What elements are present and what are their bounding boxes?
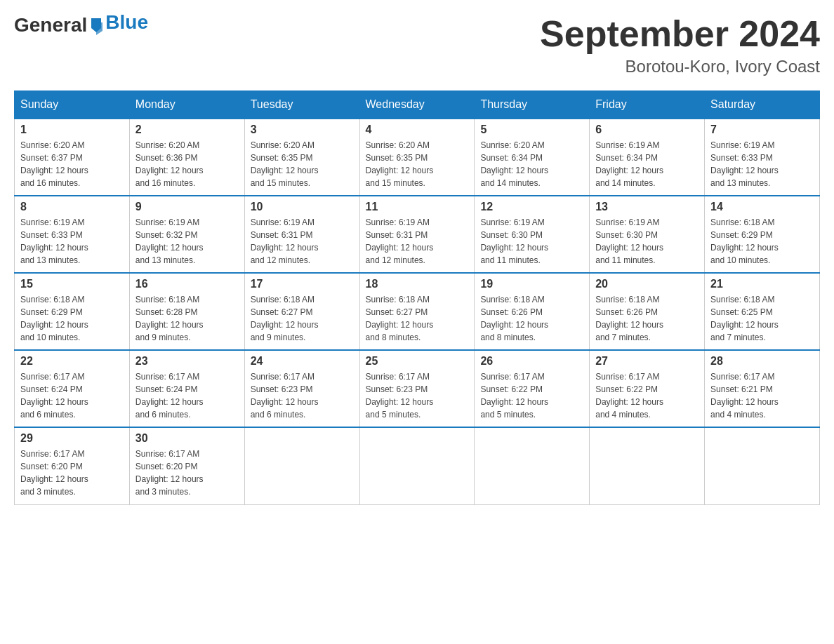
calendar-cell: 20Sunrise: 6:18 AMSunset: 6:26 PMDayligh… (590, 273, 705, 350)
day-number: 1 (20, 123, 124, 136)
calendar-cell: 16Sunrise: 6:18 AMSunset: 6:28 PMDayligh… (129, 273, 244, 350)
week-row-3: 15Sunrise: 6:18 AMSunset: 6:29 PMDayligh… (15, 273, 820, 350)
calendar-cell: 5Sunrise: 6:20 AMSunset: 6:34 PMDaylight… (475, 119, 590, 196)
day-number: 5 (480, 123, 583, 136)
calendar-cell: 6Sunrise: 6:19 AMSunset: 6:34 PMDaylight… (590, 119, 705, 196)
calendar-cell: 29Sunrise: 6:17 AMSunset: 6:20 PMDayligh… (15, 427, 130, 504)
week-row-2: 8Sunrise: 6:19 AMSunset: 6:33 PMDaylight… (15, 196, 820, 273)
calendar-cell: 2Sunrise: 6:20 AMSunset: 6:36 PMDaylight… (129, 119, 244, 196)
day-info: Sunrise: 6:20 AMSunset: 6:34 PMDaylight:… (480, 139, 583, 189)
calendar-cell: 8Sunrise: 6:19 AMSunset: 6:33 PMDaylight… (15, 196, 130, 273)
day-info: Sunrise: 6:19 AMSunset: 6:30 PMDaylight:… (595, 216, 699, 267)
day-number: 20 (595, 278, 699, 290)
day-number: 24 (251, 355, 354, 368)
day-number: 7 (710, 123, 814, 136)
weekday-header-thursday: Thursday (475, 91, 590, 119)
weekday-header-sunday: Sunday (15, 91, 130, 119)
day-info: Sunrise: 6:18 AMSunset: 6:27 PMDaylight:… (251, 293, 354, 344)
calendar-cell: 23Sunrise: 6:17 AMSunset: 6:24 PMDayligh… (129, 350, 244, 427)
calendar-cell: 15Sunrise: 6:18 AMSunset: 6:29 PMDayligh… (15, 273, 130, 350)
calendar-cell: 28Sunrise: 6:17 AMSunset: 6:21 PMDayligh… (705, 350, 820, 427)
calendar-cell: 9Sunrise: 6:19 AMSunset: 6:32 PMDaylight… (129, 196, 244, 273)
calendar-cell: 10Sunrise: 6:19 AMSunset: 6:31 PMDayligh… (244, 196, 359, 273)
day-info: Sunrise: 6:19 AMSunset: 6:31 PMDaylight:… (366, 216, 469, 267)
calendar-cell: 3Sunrise: 6:20 AMSunset: 6:35 PMDaylight… (244, 119, 359, 196)
day-number: 13 (595, 201, 699, 213)
logo-blue-text: Blue (105, 11, 148, 34)
calendar-cell: 22Sunrise: 6:17 AMSunset: 6:24 PMDayligh… (15, 350, 130, 427)
day-info: Sunrise: 6:18 AMSunset: 6:27 PMDaylight:… (366, 293, 469, 344)
day-number: 25 (366, 355, 469, 368)
day-info: Sunrise: 6:18 AMSunset: 6:26 PMDaylight:… (480, 293, 583, 344)
day-info: Sunrise: 6:17 AMSunset: 6:20 PMDaylight:… (135, 448, 239, 498)
day-info: Sunrise: 6:17 AMSunset: 6:24 PMDaylight:… (135, 370, 239, 421)
day-info: Sunrise: 6:18 AMSunset: 6:28 PMDaylight:… (135, 293, 239, 344)
calendar-cell: 12Sunrise: 6:19 AMSunset: 6:30 PMDayligh… (475, 196, 590, 273)
day-number: 8 (20, 201, 124, 213)
day-number: 28 (710, 355, 814, 368)
logo-icon (88, 15, 104, 35)
day-number: 21 (710, 278, 814, 290)
calendar-cell (590, 427, 705, 504)
day-number: 16 (135, 278, 239, 290)
day-number: 15 (20, 278, 124, 290)
weekday-header-wednesday: Wednesday (359, 91, 475, 119)
calendar-cell: 19Sunrise: 6:18 AMSunset: 6:26 PMDayligh… (475, 273, 590, 350)
weekday-header-tuesday: Tuesday (244, 91, 359, 119)
day-number: 2 (135, 123, 239, 136)
month-title: September 2024 (540, 14, 820, 54)
day-number: 18 (366, 278, 469, 290)
day-number: 23 (135, 355, 239, 368)
day-info: Sunrise: 6:19 AMSunset: 6:30 PMDaylight:… (480, 216, 583, 267)
day-info: Sunrise: 6:18 AMSunset: 6:25 PMDaylight:… (710, 293, 814, 344)
weekday-header-saturday: Saturday (705, 91, 820, 119)
calendar-cell (244, 427, 359, 504)
weekday-header-friday: Friday (590, 91, 705, 119)
calendar-cell: 17Sunrise: 6:18 AMSunset: 6:27 PMDayligh… (244, 273, 359, 350)
calendar-cell: 14Sunrise: 6:18 AMSunset: 6:29 PMDayligh… (705, 196, 820, 273)
day-info: Sunrise: 6:20 AMSunset: 6:36 PMDaylight:… (135, 139, 239, 189)
day-info: Sunrise: 6:19 AMSunset: 6:33 PMDaylight:… (20, 216, 124, 267)
page-header: General Blue September 2024 Borotou-Koro… (14, 14, 820, 76)
day-info: Sunrise: 6:18 AMSunset: 6:29 PMDaylight:… (20, 293, 124, 344)
day-info: Sunrise: 6:20 AMSunset: 6:37 PMDaylight:… (20, 139, 124, 189)
day-info: Sunrise: 6:20 AMSunset: 6:35 PMDaylight:… (366, 139, 469, 189)
day-info: Sunrise: 6:19 AMSunset: 6:33 PMDaylight:… (710, 139, 814, 189)
week-row-4: 22Sunrise: 6:17 AMSunset: 6:24 PMDayligh… (15, 350, 820, 427)
day-number: 22 (20, 355, 124, 368)
weekday-header-row: SundayMondayTuesdayWednesdayThursdayFrid… (15, 91, 820, 119)
calendar-cell (359, 427, 475, 504)
day-number: 12 (480, 201, 583, 213)
svg-marker-1 (96, 22, 102, 35)
day-info: Sunrise: 6:17 AMSunset: 6:21 PMDaylight:… (710, 370, 814, 421)
day-info: Sunrise: 6:17 AMSunset: 6:22 PMDaylight:… (595, 370, 699, 421)
week-row-5: 29Sunrise: 6:17 AMSunset: 6:20 PMDayligh… (15, 427, 820, 504)
day-info: Sunrise: 6:19 AMSunset: 6:32 PMDaylight:… (135, 216, 239, 267)
day-info: Sunrise: 6:18 AMSunset: 6:29 PMDaylight:… (710, 216, 814, 267)
logo: General Blue (14, 14, 148, 36)
day-number: 29 (20, 432, 124, 445)
day-number: 27 (595, 355, 699, 368)
day-info: Sunrise: 6:17 AMSunset: 6:23 PMDaylight:… (366, 370, 469, 421)
day-info: Sunrise: 6:17 AMSunset: 6:22 PMDaylight:… (480, 370, 583, 421)
calendar-cell (475, 427, 590, 504)
day-number: 3 (251, 123, 354, 136)
calendar-cell: 27Sunrise: 6:17 AMSunset: 6:22 PMDayligh… (590, 350, 705, 427)
day-number: 30 (135, 432, 239, 445)
day-info: Sunrise: 6:17 AMSunset: 6:24 PMDaylight:… (20, 370, 124, 421)
day-info: Sunrise: 6:18 AMSunset: 6:26 PMDaylight:… (595, 293, 699, 344)
day-number: 19 (480, 278, 583, 290)
calendar-cell (705, 427, 820, 504)
location-title: Borotou-Koro, Ivory Coast (540, 57, 820, 76)
calendar-cell: 24Sunrise: 6:17 AMSunset: 6:23 PMDayligh… (244, 350, 359, 427)
calendar-cell: 18Sunrise: 6:18 AMSunset: 6:27 PMDayligh… (359, 273, 475, 350)
calendar-cell: 7Sunrise: 6:19 AMSunset: 6:33 PMDaylight… (705, 119, 820, 196)
day-info: Sunrise: 6:17 AMSunset: 6:20 PMDaylight:… (20, 448, 124, 498)
day-number: 6 (595, 123, 699, 136)
day-number: 10 (251, 201, 354, 213)
day-info: Sunrise: 6:17 AMSunset: 6:23 PMDaylight:… (251, 370, 354, 421)
weekday-header-monday: Monday (129, 91, 244, 119)
calendar-cell: 4Sunrise: 6:20 AMSunset: 6:35 PMDaylight… (359, 119, 475, 196)
logo-general-text: General (14, 14, 87, 36)
calendar-table: SundayMondayTuesdayWednesdayThursdayFrid… (14, 90, 820, 505)
